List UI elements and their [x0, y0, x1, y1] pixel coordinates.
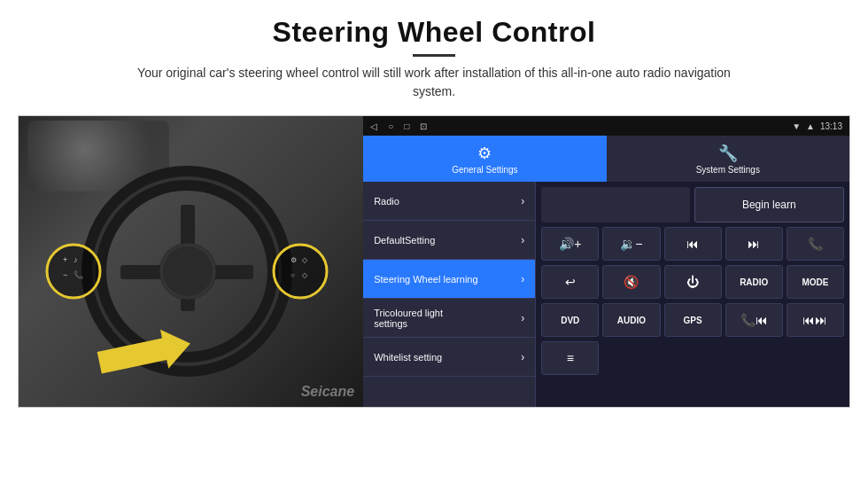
vol-up-icon: 🔊+	[559, 237, 581, 251]
home-icon: ○	[388, 121, 393, 131]
top-row: Begin learn	[541, 187, 844, 222]
vol-down-icon: 🔉−	[620, 237, 642, 251]
next-track-icon: ⏭	[748, 237, 760, 251]
back-call-icon: ↩	[565, 275, 576, 289]
audio-button[interactable]: AUDIO	[602, 303, 660, 337]
arrow-indicator	[89, 329, 196, 378]
svg-text:◇: ◇	[302, 271, 308, 279]
menu-item-radio[interactable]: Radio ›	[363, 182, 535, 221]
svg-text:📞: 📞	[74, 269, 84, 280]
tab-bar: ⚙ General Settings 🔧 System Settings	[363, 136, 849, 182]
svg-text:−: −	[63, 270, 67, 279]
content-area: + ♪ − 📞 ⚙ ◇ ○ ◇ Seicane	[18, 115, 850, 408]
prev-next-button[interactable]: ⏮⏭	[787, 303, 844, 337]
status-left: ◁ ○ □ ⊡	[370, 121, 427, 131]
gps-label: GPS	[684, 316, 702, 325]
begin-learn-label: Begin learn	[742, 199, 796, 211]
title-divider	[413, 54, 455, 57]
prev-next-icon: ⏮⏭	[802, 313, 827, 327]
power-button[interactable]: ⏻	[664, 265, 722, 299]
vol-up-button[interactable]: 🔊+	[541, 227, 599, 261]
button-row-2: ↩ 🔇 ⏻ RADIO MODE	[541, 265, 844, 299]
menu-item-tricolour[interactable]: Tricoloured lightsettings ›	[363, 299, 535, 338]
svg-text:○: ○	[291, 271, 295, 279]
mute-icon: 🔇	[624, 275, 639, 289]
radio-label: RADIO	[740, 277, 768, 287]
dvd-button[interactable]: DVD	[541, 303, 599, 337]
menu-item-default[interactable]: DefaultSetting ›	[363, 221, 535, 260]
ui-panel: ◁ ○ □ ⊡ ▼ ▲ 13:13 ⚙ General Settings	[363, 116, 849, 408]
menu-item-whitelist-label: Whitelist setting	[374, 352, 442, 363]
page-title: Steering Wheel Control	[133, 16, 735, 49]
svg-marker-17	[96, 329, 195, 378]
svg-text:◇: ◇	[302, 256, 308, 264]
button-row-4: ≡	[541, 341, 844, 375]
mode-button[interactable]: MODE	[787, 265, 844, 299]
title-section: Steering Wheel Control Your original car…	[133, 16, 735, 112]
call-button[interactable]: 📞	[787, 227, 844, 261]
vol-down-button[interactable]: 🔉−	[602, 227, 660, 261]
status-right: ▼ ▲ 13:13	[792, 121, 842, 131]
menu-item-steering-label: Steering Wheel learning	[374, 274, 477, 285]
chevron-icon-radio: ›	[521, 195, 524, 207]
tab-general-label: General Settings	[452, 165, 518, 175]
begin-learn-button[interactable]: Begin learn	[694, 187, 844, 222]
steering-wheel-image: + ♪ − 📞 ⚙ ◇ ○ ◇ Seicane	[19, 116, 363, 408]
watermark: Seicane	[301, 384, 354, 400]
empty-assignment-box	[541, 187, 689, 222]
page-wrapper: Steering Wheel Control Your original car…	[0, 0, 868, 484]
call-prev-icon: 📞⏮	[740, 313, 768, 327]
arrow-svg	[89, 329, 196, 378]
menu-item-radio-label: Radio	[374, 196, 399, 207]
system-settings-icon: 🔧	[718, 144, 738, 163]
status-bar: ◁ ○ □ ⊡ ▼ ▲ 13:13	[363, 116, 849, 136]
menu-item-default-label: DefaultSetting	[374, 235, 435, 246]
menu-list-button[interactable]: ≡	[541, 341, 599, 375]
button-row-1: 🔊+ 🔉− ⏮ ⏭ 📞	[541, 227, 844, 261]
mode-label: MODE	[802, 277, 828, 287]
svg-text:+: +	[63, 255, 67, 264]
subtitle: Your original car's steering wheel contr…	[133, 64, 735, 101]
chevron-icon-whitelist: ›	[521, 351, 524, 363]
prev-track-icon: ⏮	[686, 237, 699, 251]
recents-icon: □	[404, 121, 409, 131]
svg-point-6	[163, 246, 213, 296]
clock: 13:13	[820, 121, 842, 131]
call-prev-button[interactable]: 📞⏮	[725, 303, 783, 337]
tab-system-label: System Settings	[696, 165, 760, 175]
mute-button[interactable]: 🔇	[602, 265, 660, 299]
tab-general[interactable]: ⚙ General Settings	[363, 136, 606, 182]
dvd-label: DVD	[561, 316, 579, 325]
right-panel: Begin learn 🔊+ 🔉− ⏮	[536, 182, 849, 408]
back-call-button[interactable]: ↩	[541, 265, 599, 299]
wifi-icon: ▼	[792, 121, 801, 131]
menu-item-whitelist[interactable]: Whitelist setting ›	[363, 338, 535, 377]
menu-item-steering[interactable]: Steering Wheel learning ›	[363, 260, 535, 299]
power-icon: ⏻	[686, 275, 699, 289]
signal-icon: ▲	[806, 121, 815, 131]
next-track-button[interactable]: ⏭	[725, 227, 783, 261]
svg-text:⚙: ⚙	[291, 256, 297, 264]
radio-button[interactable]: RADIO	[725, 265, 783, 299]
gps-button[interactable]: GPS	[664, 303, 722, 337]
general-settings-icon: ⚙	[477, 144, 492, 163]
back-icon: ◁	[370, 121, 377, 131]
menu-icon: ⊡	[420, 121, 427, 131]
prev-track-button[interactable]: ⏮	[664, 227, 722, 261]
left-menu: Radio › DefaultSetting › Steering Wheel …	[363, 182, 536, 408]
menu-list-icon: ≡	[567, 351, 574, 365]
chevron-icon-default: ›	[521, 234, 524, 246]
chevron-icon-steering: ›	[521, 273, 524, 285]
chevron-icon-tricolour: ›	[521, 312, 524, 324]
menu-item-tricolour-label: Tricoloured lightsettings	[374, 308, 443, 329]
svg-point-12	[274, 245, 327, 298]
audio-label: AUDIO	[617, 316, 646, 325]
svg-text:♪: ♪	[74, 255, 78, 264]
main-content: Radio › DefaultSetting › Steering Wheel …	[363, 182, 849, 408]
button-row-3: DVD AUDIO GPS 📞⏮ ⏮⏭	[541, 303, 844, 337]
tab-system[interactable]: 🔧 System Settings	[607, 136, 849, 182]
call-icon: 📞	[808, 237, 823, 251]
